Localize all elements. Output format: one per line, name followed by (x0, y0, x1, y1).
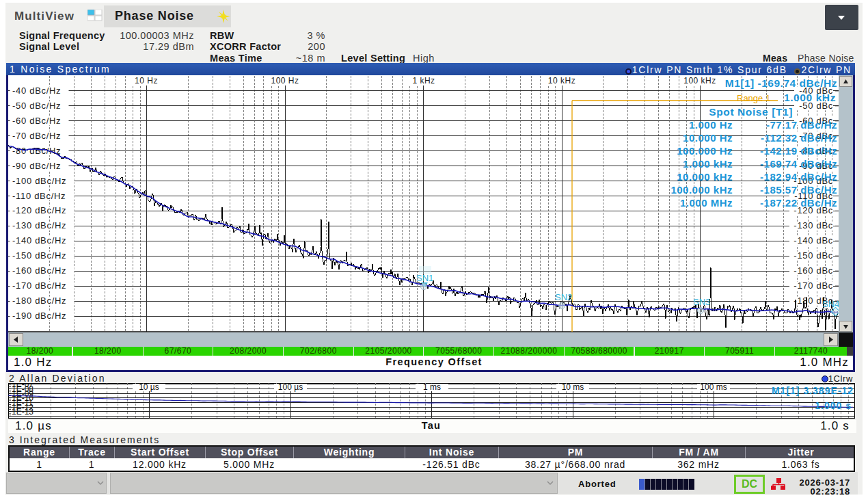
svg-text:1E-13: 1E-13 (12, 407, 33, 417)
svg-text:-120 dBc/Hz: -120 dBc/Hz (12, 205, 66, 215)
svg-text:-70 dBc/Hz: -70 dBc/Hz (12, 131, 61, 141)
svg-text:100 ms: 100 ms (700, 383, 727, 392)
svg-text:SN3: SN3 (693, 297, 710, 307)
svg-text:10 kHz: 10 kHz (548, 76, 575, 85)
svg-text:-100 dBc/Hz: -100 dBc/Hz (12, 176, 66, 186)
svg-text:-60 dBc/Hz: -60 dBc/Hz (12, 116, 61, 126)
svg-text:-110 dBc/Hz: -110 dBc/Hz (12, 191, 66, 201)
svg-text:-160 dBc/Hz: -160 dBc/Hz (12, 265, 66, 276)
svg-text:-130 dBc/Hz: -130 dBc/Hz (12, 220, 66, 231)
svg-text:-160 dBc: -160 dBc (794, 265, 833, 276)
svg-text:-150 dBc/Hz: -150 dBc/Hz (12, 250, 66, 261)
svg-text:10 ms: 10 ms (562, 383, 584, 392)
svg-text:-180 dBc/Hz: -180 dBc/Hz (12, 295, 66, 306)
svg-text:-140 dBc: -140 dBc (794, 235, 833, 246)
svg-text:-190 dBc/Hz: -190 dBc/Hz (12, 311, 66, 321)
svg-text:100 µs: 100 µs (278, 383, 303, 392)
svg-text:-40 dBc/Hz: -40 dBc/Hz (12, 85, 61, 96)
svg-text:-80 dBc/Hz: -80 dBc/Hz (12, 146, 61, 156)
svg-text:-140 dBc/Hz: -140 dBc/Hz (12, 235, 66, 246)
svg-text:1 ms: 1 ms (423, 383, 441, 392)
svg-text:100 kHz: 100 kHz (683, 76, 716, 85)
svg-text:10 Hz: 10 Hz (135, 76, 158, 85)
svg-text:SN1: SN1 (416, 273, 433, 283)
svg-text:100 Hz: 100 Hz (271, 76, 299, 85)
svg-text:10 µs: 10 µs (139, 383, 159, 392)
svg-text:-130 dBc: -130 dBc (794, 220, 833, 231)
svg-text:-150 dBc: -150 dBc (794, 250, 833, 261)
svg-text:-170 dBc/Hz: -170 dBc/Hz (12, 280, 66, 291)
svg-text:-50 dBc/Hz: -50 dBc/Hz (12, 101, 61, 111)
svg-text:-170 dBc: -170 dBc (794, 280, 833, 291)
svg-text:SN2: SN2 (555, 292, 572, 302)
svg-text:-90 dBc/Hz: -90 dBc/Hz (12, 161, 61, 171)
svg-text:1 kHz: 1 kHz (412, 76, 435, 85)
